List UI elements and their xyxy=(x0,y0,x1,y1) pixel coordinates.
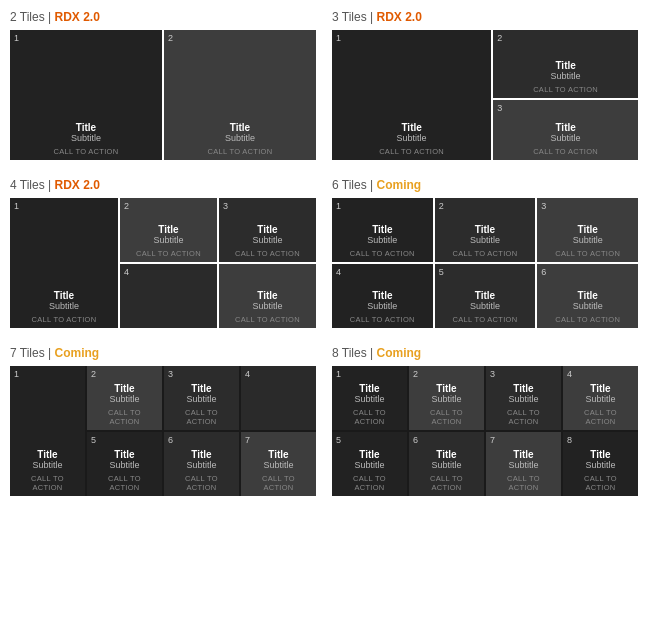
tile-cta: CALL TO ACTION xyxy=(492,408,555,426)
tile-num: 2 xyxy=(497,33,502,43)
section-7tiles-badge: Coming xyxy=(54,346,99,360)
section-2tiles-badge: RDX 2.0 xyxy=(54,10,99,24)
tile-title: Title xyxy=(569,449,632,460)
tile-cta: CALL TO ACTION xyxy=(170,408,233,426)
tile-num: 1 xyxy=(14,201,19,211)
tile-title: Title xyxy=(170,383,233,394)
tile-3t-3: 3 Title Subtitle CALL TO ACTION xyxy=(493,100,638,160)
tile-8t-3: 3 Title Subtitle CALL TO ACTION xyxy=(486,366,561,430)
tile-3t-2: 2 Title Subtitle CALL TO ACTION xyxy=(493,30,638,98)
tile-cta: CALL TO ACTION xyxy=(16,474,79,492)
tile-cta: CALL TO ACTION xyxy=(415,474,478,492)
layout-8tiles: 1 Title Subtitle CALL TO ACTION 2 Title … xyxy=(332,366,638,496)
tile-title: Title xyxy=(16,290,112,301)
tile-6t-4: 4 Title Subtitle CALL TO ACTION xyxy=(332,264,433,328)
col-right-3t: 2 Title Subtitle CALL TO ACTION 3 Title … xyxy=(493,30,638,160)
tile-cta: CALL TO ACTION xyxy=(441,249,530,258)
section-6tiles-label: 6 Tiles | Coming xyxy=(332,178,638,192)
tile-cta: CALL TO ACTION xyxy=(247,474,310,492)
tile-title: Title xyxy=(415,449,478,460)
tile-subtitle: Subtitle xyxy=(225,301,310,311)
tile-cta: CALL TO ACTION xyxy=(225,249,310,258)
tile-subtitle: Subtitle xyxy=(170,133,310,143)
tile-7t-4-empty: 4 xyxy=(241,366,316,430)
tile-num: 6 xyxy=(541,267,546,277)
tile-title: Title xyxy=(338,383,401,394)
tile-title: Title xyxy=(569,383,632,394)
tile-8t-7: 7 Title Subtitle CALL TO ACTION xyxy=(486,432,561,496)
tile-7t-2: 2 Title Subtitle CALL TO ACTION xyxy=(87,366,162,430)
tile-cta: CALL TO ACTION xyxy=(338,408,401,426)
tile-subtitle: Subtitle xyxy=(499,71,632,81)
tile-cta: CALL TO ACTION xyxy=(126,249,211,258)
tile-cta: CALL TO ACTION xyxy=(170,147,310,156)
tile-num: 4 xyxy=(245,369,250,379)
tile-num: 2 xyxy=(168,33,173,43)
tile-num: 5 xyxy=(439,267,444,277)
section-3tiles-badge: RDX 2.0 xyxy=(376,10,421,24)
tile-num: 1 xyxy=(336,201,341,211)
tile-subtitle: Subtitle xyxy=(415,460,478,470)
tile-subtitle: Subtitle xyxy=(170,394,233,404)
tile-cta: CALL TO ACTION xyxy=(93,408,156,426)
tile-title: Title xyxy=(170,122,310,133)
section-7tiles-label: 7 Tiles | Coming xyxy=(10,346,316,360)
tile-4t-4: Title Subtitle CALL TO ACTION xyxy=(219,264,316,328)
tile-subtitle: Subtitle xyxy=(247,460,310,470)
tile-6t-6: 6 Title Subtitle CALL TO ACTION xyxy=(537,264,638,328)
tile-num: 5 xyxy=(91,435,96,445)
section-2tiles-label: 2 Tiles | RDX 2.0 xyxy=(10,10,316,24)
tile-subtitle: Subtitle xyxy=(569,460,632,470)
tile-cta: CALL TO ACTION xyxy=(499,85,632,94)
tile-7t-5: 5 Title Subtitle CALL TO ACTION xyxy=(87,432,162,496)
tile-cta: CALL TO ACTION xyxy=(441,315,530,324)
tile-7t-3: 3 Title Subtitle CALL TO ACTION xyxy=(164,366,239,430)
tile-num: 2 xyxy=(413,369,418,379)
tile-cta: CALL TO ACTION xyxy=(415,408,478,426)
tile-title: Title xyxy=(543,290,632,301)
tile-subtitle: Subtitle xyxy=(441,301,530,311)
tile-title: Title xyxy=(16,122,156,133)
tile-title: Title xyxy=(499,60,632,71)
tile-8t-2: 2 Title Subtitle CALL TO ACTION xyxy=(409,366,484,430)
tile-title: Title xyxy=(441,290,530,301)
tile-subtitle: Subtitle xyxy=(93,394,156,404)
tile-4t-1: 1 Title Subtitle CALL TO ACTION xyxy=(10,198,118,328)
tile-cta: CALL TO ACTION xyxy=(338,315,427,324)
tile-2t-2: 2 Title Subtitle CALL TO ACTION xyxy=(164,30,316,160)
tile-subtitle: Subtitle xyxy=(569,394,632,404)
tile-6t-1: 1 Title Subtitle CALL TO ACTION xyxy=(332,198,433,262)
tile-title: Title xyxy=(170,449,233,460)
tile-subtitle: Subtitle xyxy=(543,301,632,311)
tile-num: 1 xyxy=(14,33,19,43)
section-3tiles-label: 3 Tiles | RDX 2.0 xyxy=(332,10,638,24)
tile-cta: CALL TO ACTION xyxy=(569,474,632,492)
tile-title: Title xyxy=(93,449,156,460)
tile-num: 1 xyxy=(336,369,341,379)
tile-title: Title xyxy=(338,449,401,460)
tile-7t-6: 6 Title Subtitle CALL TO ACTION xyxy=(164,432,239,496)
tile-2t-1: 1 Title Subtitle CALL TO ACTION xyxy=(10,30,162,160)
section-4tiles-badge: RDX 2.0 xyxy=(54,178,99,192)
tile-cta: CALL TO ACTION xyxy=(569,408,632,426)
tile-num: 2 xyxy=(124,201,129,211)
tile-subtitle: Subtitle xyxy=(492,394,555,404)
tile-num: 2 xyxy=(91,369,96,379)
tile-subtitle: Subtitle xyxy=(338,235,427,245)
tile-num: 3 xyxy=(223,201,228,211)
tile-8t-8: 8 Title Subtitle CALL TO ACTION xyxy=(563,432,638,496)
col-left-4t: 1 Title Subtitle CALL TO ACTION xyxy=(10,198,118,328)
tile-subtitle: Subtitle xyxy=(338,301,427,311)
tile-cta: CALL TO ACTION xyxy=(93,474,156,492)
tile-title: Title xyxy=(338,290,427,301)
tile-title: Title xyxy=(441,224,530,235)
tile-num: 3 xyxy=(541,201,546,211)
section-8tiles-badge: Coming xyxy=(376,346,421,360)
tile-subtitle: Subtitle xyxy=(499,133,632,143)
tile-num: 1 xyxy=(336,33,341,43)
tile-subtitle: Subtitle xyxy=(16,301,112,311)
tile-num: 6 xyxy=(413,435,418,445)
tile-num: 4 xyxy=(567,369,572,379)
tile-6t-5: 5 Title Subtitle CALL TO ACTION xyxy=(435,264,536,328)
tile-title: Title xyxy=(338,224,427,235)
